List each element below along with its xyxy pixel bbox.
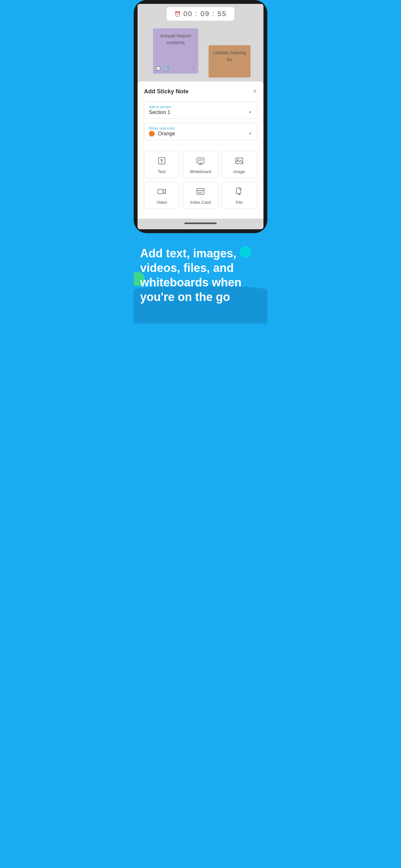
color-dot [149, 131, 155, 136]
video-icon [157, 187, 166, 198]
divider [144, 145, 257, 146]
sticky-note-brown-text: Update training for [212, 49, 247, 63]
phone-home-area [137, 219, 264, 229]
color-dropdown-arrow: ▼ [248, 131, 252, 136]
sticky-note-purple: Annual Report contents 💬 🔢 ✓ [153, 28, 198, 73]
color-dropdown[interactable]: Sticky note color Orange ▼ [144, 123, 257, 140]
content-option-whiteboard[interactable]: Whiteboard [183, 151, 218, 178]
check-icon: ✓ [192, 66, 196, 71]
color-dropdown-label: Sticky note color [149, 126, 252, 130]
section-dropdown-arrow: ▼ [248, 110, 252, 115]
bottom-section: Add text, images, videos, files, and whi… [134, 233, 267, 323]
content-option-video[interactable]: Video [144, 182, 180, 209]
timer-icon: ⏰ [174, 11, 181, 17]
timer-display: 00 : 09 : 55 [183, 10, 227, 18]
headline: Add text, images, videos, files, and whi… [140, 246, 261, 304]
timer-box: ⏰ 00 : 09 : 55 [166, 7, 235, 21]
color-value-container: Orange [149, 131, 175, 136]
content-option-text[interactable]: T Text [144, 151, 180, 178]
sticky-note-purple-text: Annual Report contents [157, 32, 194, 46]
whiteboard-label: Whiteboard [190, 169, 211, 174]
whiteboard-icon [196, 156, 205, 167]
file-icon [235, 187, 244, 198]
text-label: Text [158, 169, 166, 174]
modal-title: Add Sticky Note [144, 88, 189, 95]
text-icon: T [157, 156, 166, 167]
content-type-grid-row1: T Text Whiteboard [144, 151, 257, 178]
section-dropdown[interactable]: Add to section Section 1 ▼ [144, 101, 257, 119]
svg-rect-5 [236, 158, 243, 164]
sticky-note-brown: Update training for [209, 45, 251, 78]
modal-header: Add Sticky Note × [144, 88, 257, 95]
sticky-note-footer: 💬 🔢 ✓ [156, 66, 196, 71]
home-bar[interactable] [184, 222, 217, 224]
close-button[interactable]: × [253, 88, 257, 95]
video-label: Video [156, 200, 167, 205]
file-label: File [236, 200, 243, 205]
content-option-image[interactable]: Image [221, 151, 257, 178]
section-dropdown-label: Add to section [149, 105, 252, 109]
index-card-icon [196, 187, 205, 198]
color-dropdown-value: Orange [158, 131, 175, 136]
image-label: Image [234, 169, 245, 174]
content-option-index-card[interactable]: Index Card [183, 182, 218, 209]
svg-rect-12 [236, 188, 241, 194]
image-icon [235, 156, 244, 167]
svg-text:T: T [160, 159, 163, 164]
svg-rect-7 [158, 189, 163, 194]
badge-icon: 🔢 [163, 66, 168, 71]
comment-icon: 💬 [156, 66, 161, 71]
index-card-label: Index Card [190, 200, 211, 205]
content-type-grid-row2: Video Index Card [144, 182, 257, 209]
timer-bar: ⏰ 00 : 09 : 55 [137, 4, 264, 23]
svg-rect-2 [197, 158, 204, 163]
color-dropdown-row: Orange ▼ [149, 131, 252, 136]
section-dropdown-row: Section 1 ▼ [149, 110, 252, 115]
phone-screen: ⏰ 00 : 09 : 55 Annual Report contents 💬 … [137, 4, 264, 229]
phone-frame: ⏰ 00 : 09 : 55 Annual Report contents 💬 … [134, 0, 267, 233]
section-dropdown-value: Section 1 [149, 110, 171, 115]
svg-rect-8 [197, 189, 204, 194]
content-option-file[interactable]: File [221, 182, 257, 209]
sticky-notes-area: Annual Report contents 💬 🔢 ✓ Update trai… [137, 23, 264, 82]
modal-sheet: Add Sticky Note × Add to section Section… [137, 82, 264, 219]
